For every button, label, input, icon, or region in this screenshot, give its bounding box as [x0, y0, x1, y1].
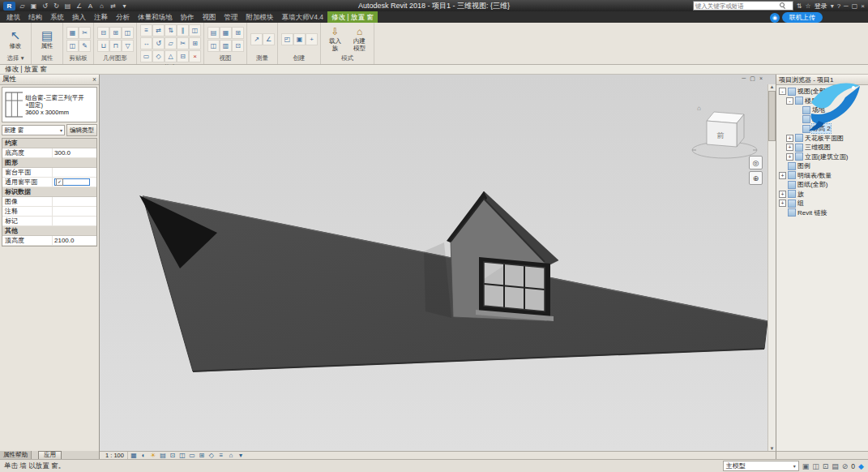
- group-icon[interactable]: ⊟: [177, 50, 189, 62]
- app-menu-button[interactable]: R: [3, 2, 15, 11]
- properties-help-tab[interactable]: 属性帮助: [0, 451, 32, 459]
- print-icon[interactable]: ▤: [63, 2, 72, 11]
- viewcube-front-label[interactable]: 前: [717, 131, 725, 139]
- worksharing-icon[interactable]: ⌂: [227, 452, 235, 459]
- tree-item-level-2[interactable]: 标高 2: [776, 124, 868, 134]
- filter-icon[interactable]: ⊘: [842, 462, 849, 470]
- tab-view[interactable]: 视图: [199, 11, 220, 23]
- override-graphics-icon[interactable]: ▦: [220, 27, 232, 39]
- default-3d-view-icon[interactable]: ⌂: [97, 2, 106, 11]
- group-label-mode[interactable]: 模式: [324, 54, 370, 64]
- offset-icon[interactable]: ⇄: [152, 24, 165, 36]
- row-comments[interactable]: 注释: [2, 207, 96, 217]
- viewcube[interactable]: 前 ⌂: [692, 105, 757, 158]
- view-close-icon[interactable]: ×: [759, 75, 763, 82]
- pin-icon[interactable]: ▭: [140, 50, 152, 62]
- model-in-place-button[interactable]: ⌂ 内建 模型: [348, 27, 370, 52]
- rotate-icon[interactable]: ↺: [152, 37, 165, 49]
- tree-item-3d-views[interactable]: +三维视图: [776, 143, 868, 152]
- tab-annotate[interactable]: 注释: [90, 11, 112, 23]
- measure-icon[interactable]: ∠: [75, 2, 83, 11]
- tab-insert[interactable]: 插入: [68, 11, 90, 23]
- temporary-hide-icon[interactable]: ◇: [207, 452, 216, 459]
- expand-icon[interactable]: +: [786, 153, 793, 161]
- row-mark[interactable]: 标记: [2, 217, 96, 226]
- expand-icon[interactable]: +: [786, 144, 793, 151]
- hide-icon[interactable]: ▤: [207, 27, 220, 39]
- tree-item-elevations[interactable]: +立面(建筑立面): [776, 152, 868, 162]
- view-range-icon[interactable]: ▥: [220, 40, 232, 52]
- collapse-icon[interactable]: -: [779, 88, 786, 95]
- array-icon[interactable]: ∥: [177, 24, 189, 36]
- properties-close-icon[interactable]: ×: [92, 75, 96, 84]
- instance-selector[interactable]: 新建 窗 ▾: [2, 125, 65, 135]
- view-restore-icon[interactable]: ▢: [750, 75, 755, 82]
- collapse-icon[interactable]: -: [786, 97, 793, 105]
- trim-icon[interactable]: ✂: [177, 37, 189, 49]
- vertical-scrollbar[interactable]: ▲ ▼: [768, 84, 776, 451]
- tree-item-groups[interactable]: +组: [776, 199, 868, 208]
- customize-qat-icon[interactable]: ▾: [120, 2, 129, 11]
- paint-icon[interactable]: ◫: [122, 27, 134, 39]
- row-sill-height[interactable]: 底高度 300.0: [2, 148, 96, 158]
- search-icon[interactable]: [780, 2, 786, 9]
- design-option-select[interactable]: 主模型 ▾: [723, 461, 799, 471]
- modify-button[interactable]: ↖ 修改: [3, 28, 28, 50]
- tree-item-sheets[interactable]: 图纸(全部): [776, 180, 868, 190]
- unpin-icon[interactable]: ◇: [152, 50, 165, 62]
- cut-icon[interactable]: ✂: [79, 27, 91, 39]
- extend-icon[interactable]: △: [165, 50, 177, 62]
- show-crop-icon[interactable]: ▭: [188, 452, 196, 459]
- signin-caret-icon[interactable]: ▾: [831, 2, 834, 10]
- delete-icon[interactable]: ×: [189, 50, 201, 62]
- tree-item-floor-plans[interactable]: -楼层平面: [776, 97, 868, 106]
- visual-style-icon[interactable]: ◐: [139, 452, 148, 459]
- copy-element-icon[interactable]: ◫: [189, 24, 201, 36]
- row-generic-window-plane[interactable]: 通用窗平面 ✓: [2, 178, 96, 187]
- view-minimize-icon[interactable]: ─: [742, 75, 746, 82]
- exclude-options-icon[interactable]: ⊡: [823, 462, 829, 470]
- group-label-geometry[interactable]: 几何图形: [97, 54, 133, 64]
- online-upload-button[interactable]: 联机上传: [782, 12, 823, 23]
- crop-view-icon[interactable]: ◫: [178, 452, 186, 459]
- row-image[interactable]: 图像: [2, 197, 96, 207]
- drawing-area[interactable]: 前 ⌂ ─ ▢ × ◎ ⊕ ▲ ▼: [100, 75, 776, 451]
- move-icon[interactable]: ↔: [140, 37, 152, 49]
- steering-wheel-icon[interactable]: ◎: [749, 156, 763, 169]
- tab-collaborate[interactable]: 协作: [177, 11, 199, 23]
- checkbox-icon[interactable]: ✓: [56, 178, 63, 186]
- edit-type-button[interactable]: 编辑类型: [66, 124, 97, 136]
- cope-icon[interactable]: ⊔: [97, 40, 109, 52]
- group-label-properties[interactable]: 属性: [35, 54, 59, 64]
- shadows-icon[interactable]: ▤: [159, 452, 167, 459]
- align-icon[interactable]: ≡: [140, 24, 152, 36]
- cut-geometry-icon[interactable]: ⊟: [97, 27, 109, 39]
- reveal-icon[interactable]: ⊡: [232, 40, 244, 52]
- tab-addins[interactable]: 附加模块: [242, 11, 278, 23]
- unjoin-icon[interactable]: ⊓: [109, 40, 122, 52]
- exchange-apps-icon[interactable]: ⇅: [797, 2, 802, 10]
- expand-icon[interactable]: +: [779, 191, 786, 198]
- tree-item-revit-links[interactable]: Revit 链接: [776, 208, 868, 218]
- demolish-icon[interactable]: ▽: [122, 40, 134, 52]
- zoom-tool-icon[interactable]: ⊕: [749, 171, 763, 185]
- copy-icon[interactable]: ◫: [66, 40, 79, 52]
- row-head-height[interactable]: 顶高度 2100.0: [2, 236, 96, 246]
- rendering-icon[interactable]: ⊡: [169, 452, 177, 459]
- apply-button[interactable]: 应用: [38, 451, 62, 460]
- upload-badge-icon[interactable]: ◉: [770, 13, 780, 23]
- minimize-icon[interactable]: ─: [844, 2, 849, 10]
- row-value[interactable]: 2100.0: [53, 237, 96, 244]
- help-search-box[interactable]: [693, 1, 793, 11]
- switch-windows-icon[interactable]: ⇄: [109, 2, 118, 11]
- tab-structure[interactable]: 结构: [24, 11, 46, 23]
- create-group-icon[interactable]: ▣: [293, 33, 306, 45]
- tree-item-legends[interactable]: 图例: [776, 161, 868, 171]
- sun-path-icon[interactable]: ☀: [149, 452, 157, 459]
- tab-analyze[interactable]: 分析: [112, 11, 134, 23]
- tree-item-site[interactable]: 场地: [776, 105, 868, 115]
- group-label-clipboard[interactable]: 剪贴板: [66, 54, 90, 64]
- press-drag-icon[interactable]: ▤: [832, 462, 839, 470]
- generic-window-plane-field[interactable]: ✓: [54, 178, 90, 186]
- favorites-icon[interactable]: ☆: [805, 2, 810, 10]
